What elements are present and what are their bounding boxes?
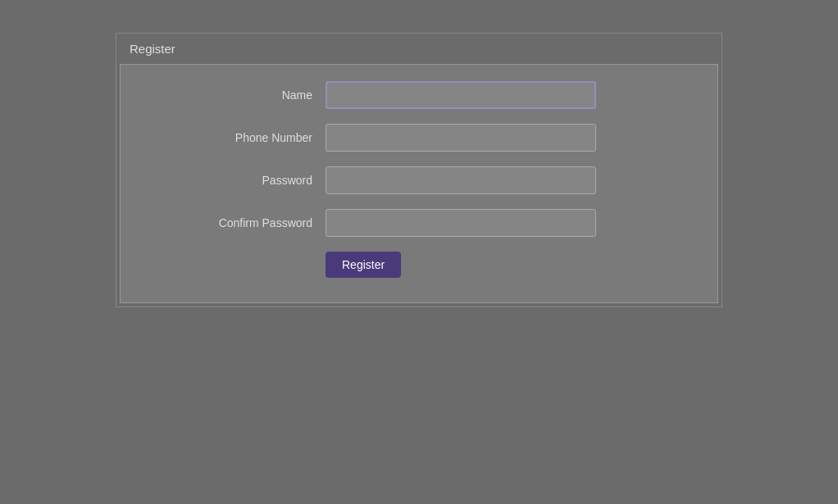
phone-label: Phone Number	[145, 131, 326, 144]
name-input[interactable]	[326, 81, 596, 109]
phone-input[interactable]	[326, 124, 596, 152]
confirm-password-row: Confirm Password	[145, 209, 693, 237]
password-input[interactable]	[326, 166, 596, 194]
page-title-bar: Register	[116, 34, 722, 64]
password-label: Password	[145, 174, 326, 187]
name-row: Name	[145, 81, 693, 109]
button-row: Register	[145, 252, 693, 278]
register-button[interactable]: Register	[326, 252, 401, 278]
confirm-password-label: Confirm Password	[145, 216, 326, 229]
password-row: Password	[145, 166, 693, 194]
phone-row: Phone Number	[145, 124, 693, 152]
confirm-password-input[interactable]	[326, 209, 596, 237]
page-title: Register	[130, 42, 175, 56]
form-card: Name Phone Number Password Confirm Passw…	[120, 64, 718, 303]
outer-container: Register Name Phone Number Password Conf…	[116, 33, 722, 307]
name-label: Name	[145, 89, 326, 102]
